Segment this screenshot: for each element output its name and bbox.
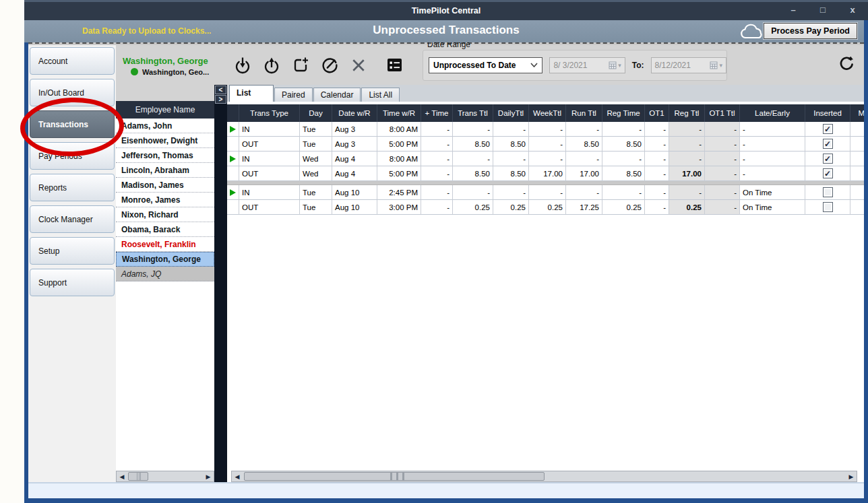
cell-mo — [850, 137, 864, 152]
sidebar-item-reports[interactable]: Reports — [30, 174, 115, 201]
date-range-preset-dropdown[interactable]: Unprocessed To Date — [429, 57, 542, 73]
tab-list[interactable]: List — [229, 85, 274, 102]
column-header-ot1_ttl[interactable]: OT1 Ttl — [705, 104, 740, 122]
employee-list-item[interactable]: Monroe, James — [116, 193, 214, 207]
scrollbar-thumb[interactable] — [128, 472, 148, 481]
from-date-value: 8/ 3/2021 — [553, 61, 609, 70]
cell-mo — [850, 166, 864, 181]
column-header-run_ttl[interactable]: Run Ttl — [566, 104, 602, 122]
add-transaction-icon[interactable] — [291, 56, 310, 75]
toolbar: Washington, George Washington, Geo... — [116, 45, 864, 85]
inserted-checkbox-checked[interactable]: ✓ — [823, 168, 833, 178]
scroll-left-arrow-icon[interactable]: ◀ — [232, 471, 243, 481]
tab-list-all[interactable]: List All — [361, 88, 400, 102]
sidebar-item-clock-manager[interactable]: Clock Manager — [30, 205, 115, 233]
from-date-field[interactable]: 8/ 3/2021 ▾ — [549, 57, 625, 73]
edit-transaction-icon[interactable] — [320, 56, 339, 75]
expand-panel-right-button[interactable]: > — [215, 95, 226, 104]
column-header-date_wr[interactable]: Date w/R — [332, 104, 377, 122]
tab-paired[interactable]: Paired — [274, 88, 313, 102]
cell-plus_time: - — [421, 200, 453, 215]
column-header-late_early[interactable]: Late/Early — [740, 104, 805, 122]
column-header-ot1[interactable]: OT1 — [645, 104, 669, 122]
clock-out-icon[interactable] — [262, 56, 281, 75]
employee-list-item[interactable]: Adams, JQ — [116, 267, 214, 281]
employee-list-item[interactable]: Madison, James — [116, 178, 214, 193]
cell-ot1_ttl: - — [705, 152, 740, 166]
view-tabs: ListPairedCalendarList All — [227, 85, 864, 102]
transaction-row[interactable]: OUTTueAug 35:00 PM-8.508.50-8.508.50----… — [227, 137, 864, 152]
transaction-row[interactable]: INTueAug 38:00 AM----------✓ — [227, 122, 864, 137]
inserted-checkbox-checked[interactable]: ✓ — [823, 139, 833, 149]
column-header-trans_ttl[interactable]: Trans Ttl — [453, 104, 493, 122]
column-header-reg_ttl[interactable]: Reg Ttl — [669, 104, 705, 122]
table-horizontal-scrollbar[interactable]: ◀ ▶ — [231, 471, 857, 482]
sidebar-item-support[interactable]: Support — [30, 269, 115, 296]
sidebar-item-transactions[interactable]: Transactions — [30, 110, 115, 138]
cell-marker — [227, 166, 239, 181]
employee-list-item[interactable]: Roosevelt, Franklin — [116, 237, 214, 252]
process-pay-period-button[interactable]: Process Pay Period — [764, 23, 857, 39]
minimize-button[interactable]: – — [787, 5, 799, 15]
cell-late_early: - — [740, 122, 805, 137]
cell-daily_ttl: 8.50 — [493, 166, 529, 181]
cell-late_early: - — [740, 166, 805, 181]
inserted-checkbox-unchecked[interactable] — [823, 202, 833, 212]
cell-date_wr: Aug 3 — [332, 137, 377, 152]
cell-plus_time: - — [421, 152, 453, 166]
employee-list-item[interactable]: Eisenhower, Dwight — [116, 133, 214, 148]
column-header-mo[interactable]: Mo — [850, 104, 864, 122]
column-header-week_ttl[interactable]: WeekTtl — [529, 104, 566, 122]
transaction-row[interactable]: OUTTueAug 103:00 PM-0.250.250.2517.250.2… — [227, 200, 864, 215]
inserted-checkbox-unchecked[interactable] — [823, 187, 833, 197]
scrollbar-thumb[interactable] — [244, 472, 545, 481]
sidebar-item-in-out-board[interactable]: In/Out Board — [30, 79, 115, 106]
cell-date_wr: Aug 10 — [332, 200, 377, 215]
clock-in-icon[interactable] — [233, 56, 252, 75]
transaction-row[interactable]: INWedAug 48:00 AM----------✓ — [227, 152, 864, 166]
inserted-checkbox-checked[interactable]: ✓ — [823, 154, 833, 164]
column-header-plus_time[interactable]: + Time — [421, 104, 453, 122]
employee-list-item[interactable]: Lincoln, Abraham — [116, 163, 214, 178]
sidebar-item-account[interactable]: Account — [30, 47, 115, 75]
scroll-right-arrow-icon[interactable]: ▶ — [203, 471, 214, 481]
close-button[interactable]: x — [846, 5, 859, 15]
delete-transaction-icon[interactable] — [349, 56, 368, 75]
employee-list-item[interactable]: Washington, George — [116, 252, 214, 267]
cell-time_wr: 5:00 PM — [377, 137, 421, 152]
employee-list-item[interactable]: Obama, Barack — [116, 222, 214, 237]
column-header-daily_ttl[interactable]: DailyTtl — [493, 104, 529, 122]
window-border-bottom — [24, 498, 868, 503]
cell-daily_ttl: - — [493, 185, 529, 200]
scroll-left-arrow-icon[interactable]: ◀ — [117, 471, 127, 481]
sidebar-item-pay-periods[interactable]: Pay Periods — [30, 142, 115, 170]
employee-list-scrollbar[interactable]: ◀ ▶ — [116, 471, 214, 482]
transaction-row[interactable]: INTueAug 102:45 PM---------On Time — [227, 185, 864, 200]
tab-calendar[interactable]: Calendar — [313, 88, 361, 102]
column-header-reg_time[interactable]: Reg Time — [602, 104, 645, 122]
refresh-icon[interactable] — [839, 56, 855, 74]
cell-day: Wed — [300, 166, 332, 181]
sidebar-item-setup[interactable]: Setup — [30, 237, 115, 265]
cell-mo — [850, 152, 864, 166]
collapse-panel-left-button[interactable]: < — [215, 86, 226, 94]
transaction-row[interactable]: OUTWedAug 45:00 PM-8.508.5017.0017.008.5… — [227, 166, 864, 181]
to-date-field[interactable]: 8/12/2021 ▾ — [651, 57, 726, 73]
employee-list-item[interactable]: Jefferson, Thomas — [116, 148, 214, 163]
inserted-checkbox-checked[interactable]: ✓ — [823, 124, 833, 134]
cloud-icon[interactable] — [739, 24, 766, 43]
employee-list-item[interactable]: Nixon, Richard — [116, 207, 214, 222]
view-options-icon[interactable] — [385, 56, 404, 75]
column-header-day[interactable]: Day — [300, 104, 332, 122]
employee-status-dot — [131, 68, 138, 75]
cell-ot1: - — [645, 152, 669, 166]
column-header-time_wr[interactable]: Time w/R — [377, 104, 421, 122]
window-title: TimePilot Central — [412, 6, 481, 15]
column-header-marker[interactable] — [227, 104, 239, 122]
scroll-right-arrow-icon[interactable]: ▶ — [846, 471, 857, 481]
employee-list-item[interactable]: Adams, John — [116, 119, 214, 133]
column-header-inserted[interactable]: Inserted — [805, 104, 850, 122]
maximize-button[interactable]: □ — [817, 5, 829, 15]
cell-reg_ttl: - — [669, 122, 705, 137]
column-header-trans_type[interactable]: Trans Type — [239, 104, 300, 122]
